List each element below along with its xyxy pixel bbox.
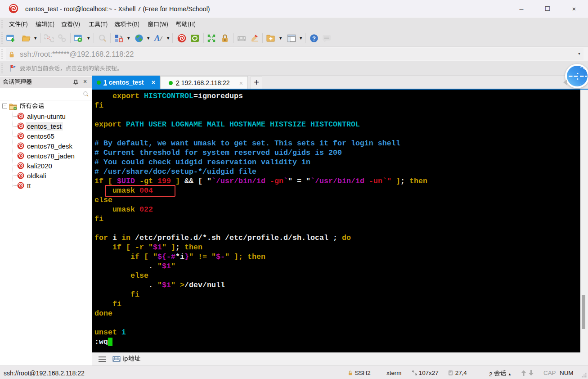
svg-text:A: A bbox=[154, 33, 160, 43]
svg-text:?: ? bbox=[312, 35, 316, 42]
